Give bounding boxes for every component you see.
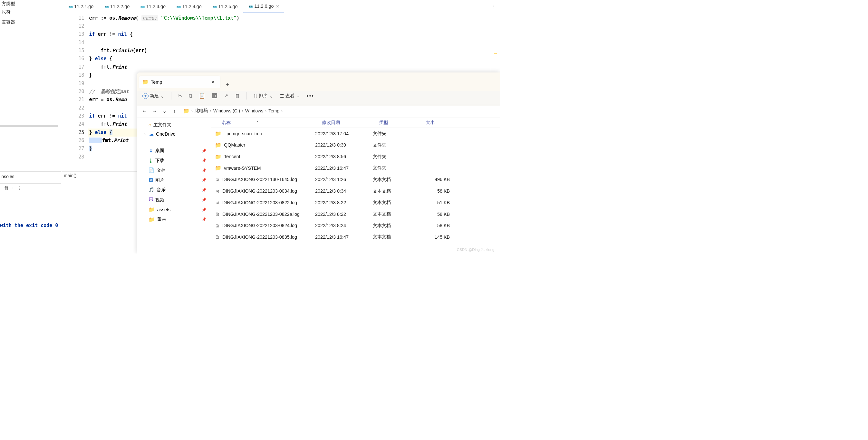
- file-row[interactable]: 📁QQMaster 2022/12/3 0:39 文件夹: [211, 139, 500, 151]
- code-line[interactable]: } else {: [89, 55, 500, 63]
- sidebar-item-label: 文档: [157, 167, 165, 173]
- consoles-panel-label[interactable]: nsoles: [0, 173, 61, 180]
- folder-icon: 📁: [215, 142, 221, 148]
- sidebar-item[interactable]: 尺符: [0, 8, 61, 16]
- breadcrumb-item[interactable]: Temp: [269, 108, 279, 114]
- sort-button[interactable]: ⇅ 排序 ⌄: [254, 93, 273, 99]
- editor-tab[interactable]: 11.2.3.go: [135, 0, 170, 13]
- code-line[interactable]: fmt.Print: [89, 63, 500, 71]
- pin-icon[interactable]: 📌: [202, 217, 210, 222]
- breadcrumb-item[interactable]: 此电脑: [195, 108, 208, 114]
- more-icon[interactable]: ⋮: [17, 185, 22, 191]
- sidebar-quick-item[interactable]: 🖥桌面📌: [137, 146, 211, 156]
- svg-point-15: [179, 7, 180, 7]
- cut-icon[interactable]: ✂: [178, 93, 182, 99]
- sidebar-item[interactable]: 置容器: [0, 18, 61, 26]
- file-row[interactable]: 🗎DINGJIAXIONG-20221203-0822a.log 2022/12…: [211, 209, 500, 220]
- pin-icon[interactable]: 📌: [202, 197, 210, 202]
- rename-icon[interactable]: 🅰: [212, 93, 217, 99]
- pin-icon[interactable]: 📌: [202, 168, 210, 172]
- share-icon[interactable]: ↗: [224, 93, 228, 99]
- tab-overflow-icon[interactable]: ⋮: [492, 4, 498, 9]
- sidebar-quick-item[interactable]: 🖼图片📌: [137, 175, 211, 185]
- pin-icon[interactable]: 📌: [202, 208, 210, 212]
- copy-icon[interactable]: ⧉: [189, 93, 192, 99]
- file-row[interactable]: 🗎DINGJIAXIONG-20221203-0034.log 2022/12/…: [211, 185, 500, 197]
- chevron-right-icon: ›: [191, 108, 193, 114]
- file-date: 2022/12/3 0:34: [315, 188, 373, 194]
- file-date: 2022/12/3 0:39: [315, 143, 373, 148]
- sidebar-item[interactable]: 方类型: [0, 0, 61, 8]
- sidebar-onedrive[interactable]: › ☁ OneDrive: [137, 130, 211, 139]
- file-row[interactable]: 📁_pcmgr_scan_tmp_ 2022/12/3 17:04 文件夹: [211, 128, 500, 139]
- file-row[interactable]: 🗎DINGJIAXIONG-20221130-1645.log 2022/12/…: [211, 174, 500, 186]
- nav-up-icon[interactable]: ↑: [171, 108, 178, 114]
- svg-point-9: [143, 6, 145, 8]
- address-breadcrumb[interactable]: 📁 › 此电脑 › Windows (C:) › Windows › Temp …: [183, 108, 283, 114]
- trash-icon[interactable]: 🗑: [4, 185, 9, 191]
- close-tab-icon[interactable]: ✕: [211, 80, 215, 84]
- sidebar-quick-item[interactable]: 📁assets📌: [137, 205, 211, 215]
- file-date: 2022/12/3 8:22: [315, 200, 373, 205]
- svg-point-23: [251, 6, 251, 7]
- svg-point-22: [249, 6, 249, 7]
- more-button[interactable]: •••: [307, 93, 314, 99]
- go-file-icon: [104, 4, 110, 10]
- code-line[interactable]: fmt.Println(err): [89, 47, 500, 55]
- editor-tab[interactable]: 11.2.5.go: [207, 0, 243, 13]
- pin-icon[interactable]: 📌: [202, 178, 210, 182]
- cloud-icon: ☁: [149, 131, 154, 136]
- chevron-right-icon[interactable]: ›: [143, 132, 147, 136]
- file-row[interactable]: 🗎DINGJIAXIONG-20221203-0822.log 2022/12/…: [211, 197, 500, 209]
- file-row[interactable]: 📁vmware-SYSTEM 2022/12/3 16:47 文件夹: [211, 162, 500, 174]
- new-tab-button[interactable]: ＋: [220, 80, 235, 88]
- file-row[interactable]: 🗎DINGJIAXIONG-20221203-0835.log 2022/12/…: [211, 231, 500, 243]
- home-icon: ⌂: [149, 122, 151, 127]
- sidebar-item-selected[interactable]: [0, 125, 58, 127]
- code-line[interactable]: [89, 39, 500, 47]
- code-line[interactable]: [89, 22, 500, 30]
- go-file-icon: [248, 4, 253, 9]
- sidebar-quick-item[interactable]: 📁重来📌: [137, 215, 211, 224]
- paste-icon[interactable]: 📋: [199, 93, 205, 99]
- sidebar-item-label: 音乐: [157, 187, 165, 193]
- sidebar-item[interactable]: [0, 16, 61, 18]
- new-button[interactable]: ＋ 新建 ⌄: [143, 93, 164, 99]
- file-name: DINGJIAXIONG-20221130-1645.log: [222, 177, 297, 182]
- sidebar-home[interactable]: ⌂ 主文件夹: [137, 120, 211, 130]
- breadcrumb-item[interactable]: Windows (C:): [213, 108, 240, 114]
- editor-tab[interactable]: 11.2.2.go: [99, 0, 135, 13]
- sidebar-quick-item[interactable]: 🎞视频📌: [137, 195, 211, 205]
- nav-forward-icon[interactable]: →: [151, 108, 158, 114]
- explorer-tab-label: Temp: [151, 80, 162, 85]
- go-file-icon: [104, 4, 109, 9]
- pin-icon[interactable]: 📌: [202, 149, 210, 153]
- editor-tab[interactable]: 11.2.6.go✕: [243, 0, 284, 13]
- nav-history-icon[interactable]: ⌄: [161, 108, 168, 114]
- explorer-tab-temp[interactable]: 📁 Temp ✕: [139, 76, 220, 88]
- tab-label: 11.2.4.go: [182, 4, 202, 9]
- go-file-icon: [68, 4, 73, 10]
- file-date: 2022/12/3 8:24: [315, 223, 373, 228]
- editor-tab[interactable]: 11.2.4.go: [171, 0, 207, 13]
- pin-icon[interactable]: 📌: [202, 158, 210, 163]
- nav-back-icon[interactable]: ←: [141, 108, 148, 114]
- file-list-header[interactable]: 名称⌃ 修改日期 类型 大小: [211, 118, 500, 128]
- breadcrumb-item[interactable]: Windows: [245, 108, 263, 114]
- close-tab-icon[interactable]: ✕: [276, 4, 279, 9]
- code-line[interactable]: if err != nil {: [89, 30, 500, 38]
- code-line[interactable]: err := os.Remove( name: "C:\\Windows\\Te…: [89, 14, 500, 22]
- file-type: 文本文档: [373, 177, 419, 183]
- sidebar-quick-item[interactable]: 🎵音乐📌: [137, 185, 211, 195]
- editor-tab-bar: 11.2.1.go11.2.2.go11.2.3.go11.2.4.go11.2…: [62, 0, 500, 13]
- file-explorer-window: 📁 Temp ✕ ＋ ＋ 新建 ⌄ ✂ ⧉ 📋 🅰 ↗ 🗑 ⇅ 排序 ⌄ ☰ 查…: [137, 72, 500, 253]
- file-type: 文本文档: [373, 211, 419, 217]
- editor-tab[interactable]: 11.2.1.go: [63, 0, 99, 13]
- view-button[interactable]: ☰ 查看 ⌄: [280, 93, 300, 99]
- sidebar-quick-item[interactable]: 📄文档📌: [137, 165, 211, 175]
- file-row[interactable]: 🗎DINGJIAXIONG-20221203-0824.log 2022/12/…: [211, 220, 500, 231]
- sidebar-quick-item[interactable]: ⭳下载📌: [137, 156, 211, 165]
- delete-icon[interactable]: 🗑: [235, 93, 240, 99]
- pin-icon[interactable]: 📌: [202, 188, 210, 192]
- file-row[interactable]: 📁Tencent 2022/12/3 8:56 文件夹: [211, 151, 500, 162]
